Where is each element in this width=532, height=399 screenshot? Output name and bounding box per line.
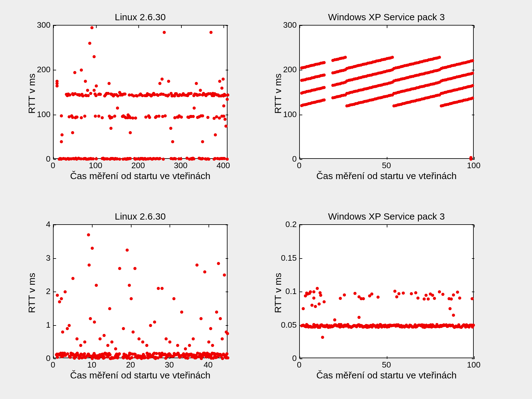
- chart-title: Windows XP Service pack 3: [299, 211, 474, 222]
- figure: Linux 2.6.30Čas měření od startu ve vteř…: [0, 0, 532, 399]
- x-tick-mark: [474, 225, 475, 227]
- data-point: [438, 290, 441, 293]
- x-tick-label: 0: [297, 360, 301, 370]
- data-point: [302, 307, 305, 310]
- data-point: [357, 316, 361, 319]
- data-point: [339, 297, 342, 300]
- data-point: [343, 293, 346, 297]
- y-tick-mark: [300, 359, 302, 359]
- y-tick-label: 0.05: [281, 320, 297, 330]
- y-tick-mark: [300, 292, 302, 292]
- data-point: [318, 302, 321, 306]
- x-tick-label: 50: [382, 360, 391, 370]
- data-point: [452, 293, 455, 297]
- data-point: [376, 296, 380, 299]
- x-tick-mark: [300, 225, 300, 227]
- y-tick-label: 0.15: [281, 253, 297, 263]
- data-point: [319, 294, 322, 297]
- data-point: [472, 324, 475, 327]
- data-point: [353, 292, 357, 295]
- data-point: [427, 297, 430, 301]
- data-point: [316, 287, 319, 290]
- data-point: [471, 297, 474, 300]
- x-tick-mark: [387, 356, 387, 359]
- data-point: [395, 295, 398, 298]
- data-point: [310, 304, 314, 307]
- y-tick-mark: [472, 292, 474, 292]
- data-point: [450, 297, 453, 301]
- data-point: [402, 292, 405, 295]
- y-tick-mark: [300, 258, 302, 259]
- data-point: [416, 297, 419, 300]
- data-point: [314, 305, 317, 308]
- data-point: [362, 297, 365, 300]
- x-tick-label: 100: [467, 360, 480, 370]
- x-axis-label: Čas měření od startu ve vteřinách: [299, 370, 474, 381]
- y-tick-mark: [472, 258, 474, 259]
- data-point: [312, 297, 315, 300]
- y-tick-mark: [300, 225, 302, 225]
- data-point: [458, 297, 461, 300]
- data-point: [456, 291, 459, 294]
- y-axis-label: RTT v ms: [273, 273, 283, 313]
- data-point: [448, 307, 452, 310]
- data-point: [309, 290, 312, 293]
- data-point: [433, 297, 436, 300]
- data-point: [397, 292, 400, 295]
- plot-area: [299, 224, 474, 358]
- data-point: [441, 293, 444, 296]
- y-tick-mark: [472, 359, 474, 359]
- data-point: [393, 290, 396, 293]
- data-point: [431, 294, 434, 297]
- data-point: [414, 291, 417, 294]
- y-tick-mark: [472, 225, 474, 225]
- data-point: [333, 318, 336, 321]
- y-tick-label: 0.2: [285, 220, 297, 229]
- y-tick-label: 0: [292, 354, 297, 363]
- subplot-br: Windows XP Service pack 3Čas měření od s…: [0, 0, 532, 399]
- x-tick-mark: [387, 225, 387, 227]
- data-point: [424, 294, 428, 297]
- data-point: [410, 292, 413, 295]
- data-point: [452, 314, 455, 317]
- data-point: [423, 297, 426, 301]
- data-point: [312, 290, 315, 293]
- data-point: [321, 336, 324, 339]
- data-point: [323, 300, 326, 303]
- data-point: [370, 292, 373, 296]
- y-tick-label: 0.1: [285, 287, 297, 296]
